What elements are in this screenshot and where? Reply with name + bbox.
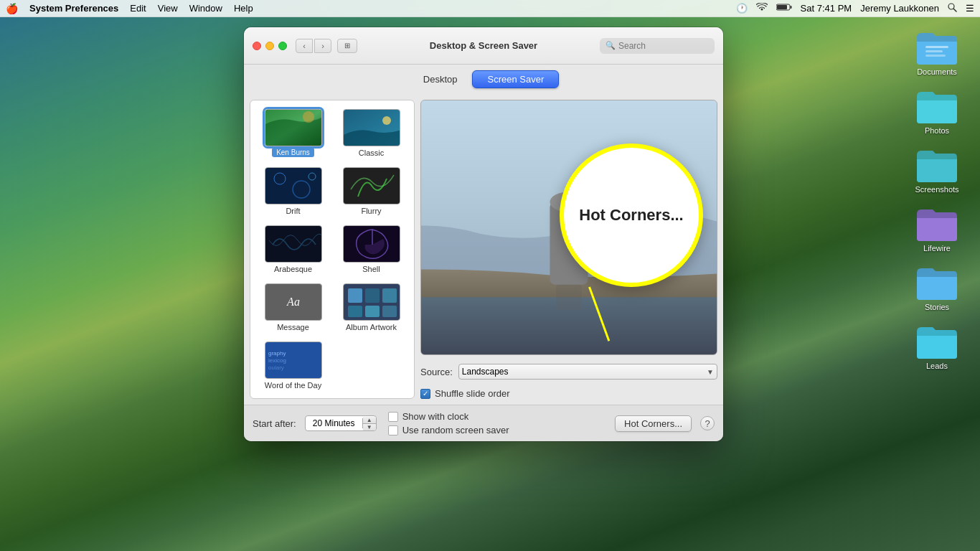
folder-documents[interactable]: Documents	[908, 29, 966, 76]
shuffle-label: Shuffle slide order	[435, 388, 510, 399]
ss-item-ken-burns[interactable]: Ken Burns	[256, 106, 330, 160]
svg-point-3	[948, 4, 954, 9]
show-clock-checkbox[interactable]	[388, 412, 398, 422]
svg-rect-5	[925, 46, 948, 48]
ss-thumb-shell	[343, 225, 400, 263]
folder-documents-label: Documents	[917, 67, 957, 76]
ss-thumb-flurry	[343, 167, 400, 204]
spotlight-icon[interactable]	[948, 3, 957, 14]
folder-screenshots-label: Screenshots	[915, 185, 958, 194]
stepper-arrows: ▲ ▼	[363, 417, 376, 430]
battery-icon[interactable]	[776, 3, 792, 14]
ss-label-album-artwork: Album Artwork	[346, 323, 397, 331]
ss-label-shell: Shell	[362, 265, 380, 273]
forward-button[interactable]: ›	[314, 39, 331, 53]
ss-item-shell[interactable]: Shell	[334, 222, 408, 276]
apple-menu[interactable]: 🍎	[6, 3, 18, 14]
source-select[interactable]: Landscapes ▼	[458, 364, 717, 380]
ss-thumb-ken-burns	[265, 109, 322, 146]
svg-rect-25	[365, 306, 380, 317]
menu-view[interactable]: View	[158, 3, 178, 14]
minimize-button[interactable]	[265, 42, 274, 50]
random-checkbox[interactable]	[388, 425, 398, 435]
svg-rect-1	[777, 5, 787, 9]
ss-item-arabesque[interactable]: Arabesque	[256, 222, 330, 276]
tab-screen-saver[interactable]: Screen Saver	[472, 70, 559, 88]
svg-text:oulary: oulary	[268, 364, 284, 371]
source-label: Source:	[420, 367, 453, 377]
callout-bubble: Hot Corners...	[560, 143, 703, 287]
hot-corners-callout: Hot Corners...	[560, 143, 703, 287]
stepper-value: 20 Minutes	[306, 418, 363, 428]
ss-thumb-message: Aa	[265, 283, 322, 321]
notification-center-icon[interactable]: ☰	[966, 3, 974, 14]
close-button[interactable]	[253, 42, 261, 50]
bottom-bar: Start after: 20 Minutes ▲ ▼ Show with cl…	[244, 405, 723, 441]
shuffle-row[interactable]: ✓ Shuffle slide order	[420, 388, 717, 399]
svg-rect-7	[925, 55, 946, 57]
ss-label-drift: Drift	[286, 207, 300, 215]
svg-rect-21	[348, 288, 362, 303]
folder-photos[interactable]: Photos	[908, 88, 966, 135]
screensaver-grid: Ken Burns Classic	[256, 106, 408, 392]
maximize-button[interactable]	[278, 42, 287, 50]
search-input[interactable]	[618, 41, 709, 51]
ss-item-album-artwork[interactable]: Album Artwork	[334, 281, 408, 334]
svg-rect-24	[348, 306, 362, 317]
ss-label-flurry: Flurry	[361, 207, 381, 215]
ss-thumb-classic	[343, 109, 400, 146]
folder-lifewire[interactable]: Lifewire	[908, 205, 966, 253]
help-button[interactable]: ?	[700, 416, 715, 430]
ss-item-flurry[interactable]: Flurry	[334, 164, 408, 218]
ss-label-arabesque: Arabesque	[274, 265, 312, 273]
bottom-checkboxes: Show with clock Use random screen saver	[388, 411, 509, 435]
source-value: Landscapes	[462, 367, 509, 377]
window-title: Desktop & Screen Saver	[430, 40, 537, 51]
start-after-stepper[interactable]: 20 Minutes ▲ ▼	[305, 415, 377, 431]
menubar: 🍎 System Preferences Edit View Window He…	[0, 0, 980, 17]
user-name[interactable]: Jeremy Laukkonen	[860, 3, 939, 14]
tab-desktop[interactable]: Desktop	[408, 70, 473, 88]
grid-view-button[interactable]: ⊞	[337, 39, 357, 53]
time-machine-icon[interactable]: 🕐	[736, 3, 748, 14]
back-button[interactable]: ‹	[296, 39, 313, 53]
folder-leads[interactable]: Leads	[908, 323, 966, 370]
stepper-down-button[interactable]: ▼	[363, 424, 376, 430]
ss-item-drift[interactable]: Drift	[256, 164, 330, 218]
random-saver-row[interactable]: Use random screen saver	[388, 425, 509, 435]
ss-label-classic: Classic	[359, 149, 384, 157]
show-clock-row[interactable]: Show with clock	[388, 411, 509, 422]
ss-thumb-word-of-day: graphy lexicog oulary	[265, 342, 322, 379]
folder-screenshots[interactable]: Screenshots	[908, 146, 966, 194]
folder-leads-label: Leads	[926, 362, 948, 370]
ss-thumb-album-artwork	[343, 283, 400, 321]
menu-system-prefs[interactable]: System Preferences	[29, 3, 118, 14]
hot-corners-button[interactable]: Hot Corners...	[615, 415, 692, 432]
svg-point-11	[382, 116, 391, 125]
svg-rect-17	[265, 226, 322, 263]
svg-rect-22	[365, 288, 380, 303]
ss-label-message: Message	[277, 323, 309, 331]
shuffle-checkbox[interactable]: ✓	[420, 389, 430, 399]
ss-thumb-drift	[265, 167, 322, 204]
folder-stories-label: Stories	[925, 303, 949, 311]
svg-rect-2	[790, 6, 791, 9]
menu-edit[interactable]: Edit	[130, 3, 146, 14]
search-icon: 🔍	[606, 41, 616, 50]
ss-item-classic[interactable]: Classic	[334, 106, 408, 160]
search-bar[interactable]: 🔍	[600, 38, 715, 54]
tabbar: Desktop Screen Saver	[244, 65, 723, 94]
svg-point-9	[303, 111, 314, 123]
folder-photos-label: Photos	[925, 126, 949, 135]
screensaver-list: Ken Burns Classic	[250, 100, 415, 399]
ss-item-message[interactable]: Aa Message	[256, 281, 330, 334]
ss-item-word-of-day[interactable]: graphy lexicog oulary Word of the Day	[256, 339, 330, 392]
menu-window[interactable]: Window	[189, 3, 222, 14]
folder-stories[interactable]: Stories	[908, 264, 966, 311]
stepper-up-button[interactable]: ▲	[363, 417, 376, 424]
source-dropdown-arrow: ▼	[707, 368, 714, 376]
start-after-label: Start after:	[253, 418, 296, 429]
datetime: Sat 7:41 PM	[801, 3, 852, 14]
menu-help[interactable]: Help	[234, 3, 253, 14]
wifi-icon[interactable]	[756, 3, 768, 14]
